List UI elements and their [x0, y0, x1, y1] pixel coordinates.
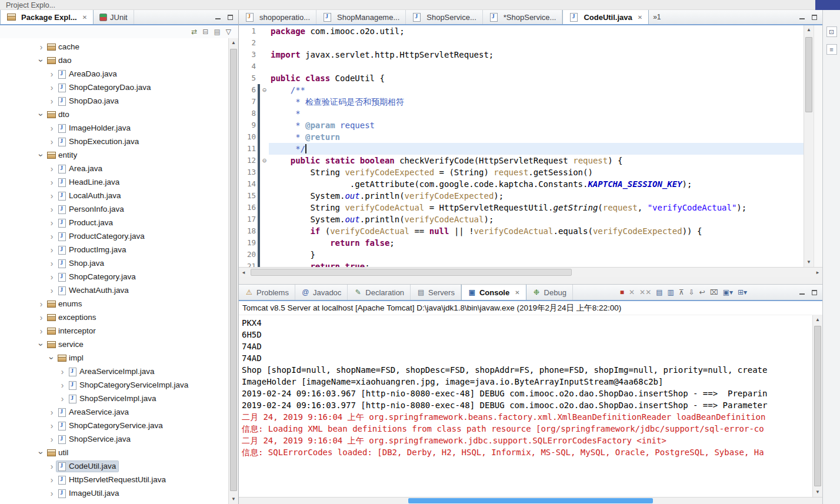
code-line[interactable]: 6⊖ /** — [239, 84, 804, 96]
scroll-up-icon[interactable]: ▲ — [813, 315, 822, 325]
console-output[interactable]: PKX46H5D74AD74ADShop [shopId=null, shopN… — [239, 315, 812, 497]
code-line[interactable]: 5public class CodeUtil { — [239, 72, 804, 84]
tab-project-explorer[interactable]: Project Explo... — [0, 1, 61, 9]
console-vertical-scrollbar[interactable]: ▲ ▼ — [812, 315, 822, 497]
fold-collapse-icon[interactable]: ⊖ — [260, 84, 269, 96]
maximize-icon[interactable] — [811, 14, 818, 21]
tree-item[interactable]: ›ImageHolder.java — [0, 121, 228, 135]
scroll-down-icon[interactable]: ▼ — [813, 488, 822, 497]
tree-item[interactable]: ›impl — [0, 351, 228, 365]
expand-arrow-icon[interactable]: › — [36, 300, 46, 308]
code-line[interactable]: 21 return true; — [239, 261, 804, 267]
fold-collapse-icon[interactable]: ⊖ — [260, 155, 269, 166]
scrollbar-thumb[interactable] — [408, 498, 654, 503]
view-tab-console[interactable]: ▣Console✕ — [461, 285, 526, 300]
tree-item[interactable]: ›ShopCategoryServiceImpl.java — [0, 378, 228, 392]
expand-arrow-icon[interactable]: › — [47, 286, 56, 295]
tree-item[interactable]: ›entity — [0, 148, 228, 162]
expand-arrow-icon[interactable]: › — [47, 489, 56, 498]
minimize-icon[interactable] — [799, 14, 805, 21]
code-line[interactable]: 11 */ — [239, 143, 804, 155]
expand-arrow-icon[interactable]: › — [47, 205, 56, 213]
code-line[interactable]: 3import javax.servlet.http.HttpServletRe… — [239, 49, 804, 61]
code-line[interactable]: 9 * @param request — [239, 119, 804, 131]
scroll-up-icon[interactable]: ▲ — [804, 25, 814, 35]
tree-item[interactable]: ›AreaService.java — [0, 405, 228, 419]
view-tab-javadoc[interactable]: @Javadoc — [295, 285, 348, 300]
code-line[interactable]: 12⊖ public static boolean checkVerifyCod… — [239, 155, 804, 166]
expand-arrow-icon[interactable]: › — [47, 192, 56, 200]
tree-item[interactable]: ›ShopCategory.java — [0, 270, 228, 283]
code-line[interactable]: 13 String verifyCodeExpected = (String) … — [239, 166, 804, 178]
tree-item[interactable]: ›ShopService.java — [0, 432, 228, 446]
expand-arrow-icon[interactable]: › — [37, 448, 45, 458]
maximize-icon[interactable] — [227, 14, 234, 21]
expand-arrow-icon[interactable]: › — [47, 462, 56, 470]
tree-item[interactable]: ›AreaDao.java — [0, 67, 228, 81]
code-line[interactable]: 10 * @return — [239, 131, 804, 143]
expand-arrow-icon[interactable]: › — [37, 110, 45, 119]
scroll-up-icon[interactable]: ▲ — [229, 38, 238, 48]
tree-item[interactable]: ›Shop.java — [0, 256, 228, 270]
scroll-lock-icon[interactable]: ⇩ — [689, 289, 695, 296]
code-line[interactable]: 2 — [239, 37, 804, 49]
filters-icon[interactable]: ▤ — [214, 28, 220, 35]
tree-item[interactable]: ›exceptions — [0, 311, 228, 324]
code-line[interactable]: 18 if (verifyCodeActual == null || !veri… — [239, 225, 804, 237]
expand-arrow-icon[interactable]: › — [47, 476, 56, 484]
outline-view-icon[interactable]: ≡ — [826, 44, 837, 55]
tree-item[interactable]: ›service — [0, 338, 228, 351]
view-tab-debug[interactable]: ❉Debug — [526, 285, 573, 300]
editor-horizontal-scrollbar[interactable]: ◂ ▸ — [239, 267, 822, 277]
expand-arrow-icon[interactable]: › — [47, 259, 56, 268]
scrollbar-thumb[interactable] — [805, 37, 812, 112]
expand-arrow-icon[interactable]: › — [47, 70, 56, 78]
tree-item[interactable]: ›AreaServiceImpl.java — [0, 365, 228, 378]
expand-arrow-icon[interactable]: › — [36, 43, 46, 51]
expand-arrow-icon[interactable]: › — [47, 165, 56, 173]
tree-item[interactable]: ›ShopServiceImpl.java — [0, 392, 228, 405]
scroll-down-icon[interactable]: ▼ — [804, 258, 814, 267]
show-console-stdout-icon[interactable]: ▤ — [656, 289, 662, 296]
code-line[interactable]: 19 return false; — [239, 237, 804, 249]
expand-arrow-icon[interactable]: › — [47, 273, 56, 281]
remove-all-terminated-icon[interactable]: ✕✕ — [639, 289, 651, 296]
code-line[interactable]: 16 String verifyCodeActual = HttpServlet… — [239, 202, 804, 213]
tree-item[interactable]: ›dao — [0, 54, 228, 67]
pin-console-icon[interactable]: ⊼ — [679, 289, 684, 296]
terminate-icon[interactable]: ■ — [620, 289, 624, 296]
tree-item[interactable]: ›ShopDao.java — [0, 94, 228, 108]
code-line[interactable]: 14 .getAttribute(com.google.code.kaptcha… — [239, 178, 804, 190]
tree-scrollbar[interactable]: ▲ ▼ — [228, 38, 238, 504]
expand-arrow-icon[interactable]: › — [58, 381, 67, 389]
tree-item[interactable]: ›ShopExecution.java — [0, 135, 228, 148]
tree-item[interactable]: ›LocalAuth.java — [0, 189, 228, 202]
tree-item[interactable]: ›WechatAuth.java — [0, 283, 228, 297]
expand-arrow-icon[interactable]: › — [47, 178, 56, 186]
code-line[interactable]: 15 System.out.println(verifyCodeExpected… — [239, 190, 804, 202]
close-icon[interactable]: ✕ — [82, 14, 87, 21]
tree-item[interactable]: ›HeadLine.java — [0, 175, 228, 189]
tree-item[interactable]: ›CodeUtil.java — [0, 459, 228, 473]
expand-arrow-icon[interactable]: › — [47, 124, 56, 132]
show-console-stderr-icon[interactable]: ▥ — [668, 289, 674, 296]
expand-arrow-icon[interactable]: › — [36, 327, 46, 335]
expand-arrow-icon[interactable]: › — [47, 138, 56, 146]
editor-tab[interactable]: ShopManageme... — [316, 10, 406, 24]
link-with-editor-icon[interactable]: ⇄ — [191, 28, 197, 35]
expand-arrow-icon[interactable]: › — [47, 84, 56, 92]
tree-item[interactable]: ›Area.java — [0, 162, 228, 175]
tree-item[interactable]: ›Product.java — [0, 216, 228, 229]
tab-overflow-chevron[interactable]: »1 — [649, 10, 665, 24]
expand-arrow-icon[interactable]: › — [47, 232, 56, 241]
view-tab-problems[interactable]: ⚠Problems — [239, 285, 295, 300]
expand-arrow-icon[interactable]: › — [47, 408, 56, 416]
tree-item[interactable]: ›cache — [0, 40, 228, 54]
tree-item[interactable]: ›ProductCategory.java — [0, 229, 228, 243]
code-line[interactable]: 4 — [239, 61, 804, 72]
editor-tab[interactable]: ShopService... — [406, 10, 483, 24]
tree-item[interactable]: ›ShopCategoryService.java — [0, 419, 228, 432]
clear-console-icon[interactable]: ⌧ — [710, 289, 718, 296]
minimize-icon[interactable] — [799, 289, 805, 296]
view-tab-declaration[interactable]: ✎Declaration — [348, 285, 411, 300]
